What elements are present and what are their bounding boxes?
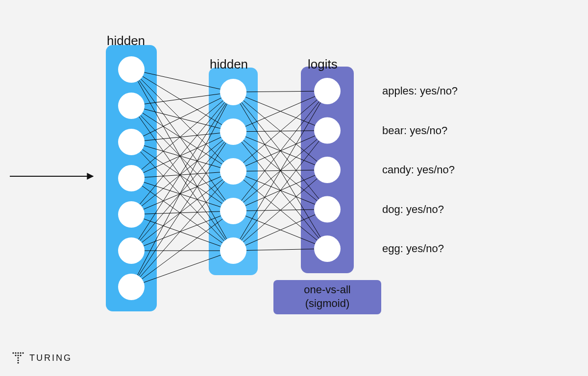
- node-2-1: [314, 118, 341, 144]
- output-label-4: egg: yes/no?: [382, 242, 444, 255]
- node-1-0: [220, 79, 246, 105]
- output-label-1: bear: yes/no?: [382, 124, 447, 137]
- node-1-3: [220, 198, 246, 224]
- svg-point-2: [17, 352, 19, 353]
- node-0-0: [118, 56, 145, 83]
- brand-logo: TURING: [12, 352, 72, 364]
- sigmoid-box-line1: one-vs-all: [273, 283, 381, 297]
- layer-label-2: logits: [308, 57, 338, 72]
- node-2-3: [314, 196, 341, 223]
- node-1-4: [220, 237, 246, 264]
- sigmoid-box-label: one-vs-all(sigmoid): [273, 283, 381, 310]
- svg-point-5: [15, 354, 16, 356]
- output-label-0: apples: yes/no?: [382, 85, 458, 97]
- node-0-6: [118, 274, 145, 300]
- svg-point-4: [22, 352, 24, 353]
- svg-point-1: [15, 352, 16, 353]
- svg-point-3: [20, 352, 21, 353]
- layer-label-1: hidden: [210, 57, 248, 72]
- node-2-0: [314, 78, 341, 104]
- brand-text: TURING: [29, 353, 72, 363]
- node-0-3: [118, 165, 145, 191]
- output-label-3: dog: yes/no?: [382, 203, 444, 216]
- svg-point-10: [17, 362, 19, 363]
- network-diagram: [0, 0, 588, 376]
- node-1-1: [220, 118, 246, 145]
- svg-point-9: [17, 359, 19, 361]
- node-0-1: [118, 93, 145, 119]
- node-0-4: [118, 201, 145, 228]
- node-2-2: [314, 157, 341, 183]
- sigmoid-box-line2: (sigmoid): [273, 297, 381, 310]
- node-0-2: [118, 129, 145, 155]
- svg-point-6: [17, 354, 19, 356]
- node-0-5: [118, 237, 145, 264]
- svg-point-7: [20, 354, 21, 356]
- svg-point-0: [12, 352, 14, 353]
- output-label-2: candy: yes/no?: [382, 164, 455, 176]
- node-2-4: [314, 235, 341, 262]
- node-1-2: [220, 158, 246, 185]
- svg-point-8: [17, 357, 19, 358]
- layer-label-0: hidden: [107, 33, 145, 48]
- brand-logo-icon: [12, 352, 24, 364]
